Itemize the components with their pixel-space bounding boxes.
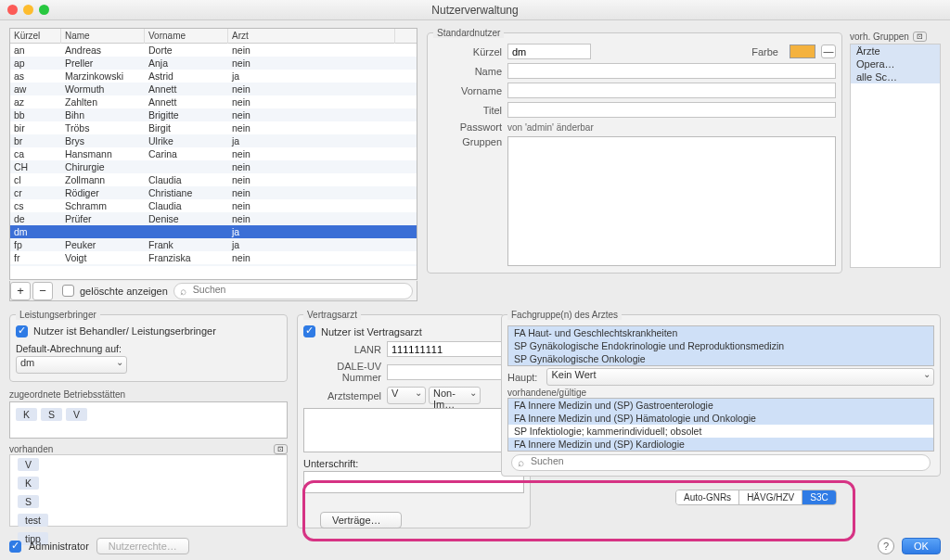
cell: Denise — [145, 212, 228, 225]
leistung-checkbox[interactable] — [16, 325, 28, 337]
cell: Brys — [61, 134, 145, 147]
unterschrift-box[interactable] — [303, 471, 524, 493]
zoom-icon[interactable] — [39, 5, 49, 15]
stempel-select[interactable]: V — [387, 387, 426, 404]
col-kuerzel[interactable]: Kürzel — [10, 29, 61, 44]
tab-hävg/hzv[interactable]: HÄVG/HZV — [739, 490, 802, 504]
list-item[interactable]: SP Gynäkologische Onkologie — [508, 352, 933, 365]
cell: fr — [10, 251, 61, 264]
gruppen-list[interactable] — [507, 136, 836, 266]
table-row[interactable]: birTröbsBirgitnein — [10, 121, 417, 134]
tag[interactable]: K — [18, 477, 39, 490]
cell: Birgit — [145, 121, 228, 134]
table-row[interactable]: CHChirurgienein — [10, 160, 417, 173]
tag[interactable]: V — [18, 458, 39, 471]
table-row[interactable]: azZahltenAnnettnein — [10, 95, 417, 108]
table-row[interactable]: asMarzinkowskiAstridja — [10, 70, 417, 83]
list-item[interactable]: test — [10, 511, 287, 529]
list-item[interactable]: FA Innere Medizin und (SP) Kardiologie — [508, 438, 933, 451]
cell: Prüfer — [61, 212, 145, 225]
col-vorname[interactable]: Vorname — [145, 29, 228, 44]
table-row[interactable]: caHansmannCarinanein — [10, 147, 417, 160]
list-item[interactable]: SP Infektiologie; kammerindividuell; obs… — [508, 425, 933, 438]
color-clear-button[interactable]: — — [821, 45, 836, 58]
vertrag-checkbox[interactable] — [303, 325, 315, 337]
table-row[interactable]: clZollmannClaudianein — [10, 173, 417, 186]
tag[interactable]: V — [66, 408, 87, 421]
col-name[interactable]: Name — [61, 29, 145, 44]
table-row[interactable]: frVoigtFranziskanein — [10, 251, 417, 264]
list-item[interactable]: alle Sc… — [851, 70, 940, 83]
unterschrift-label: Unterschrift: — [303, 458, 524, 469]
vorname-input[interactable] — [507, 83, 836, 98]
list-item[interactable]: SP Gynäkologische Endokrinologie und Rep… — [508, 339, 933, 352]
ok-button[interactable]: OK — [902, 538, 941, 554]
table-row[interactable]: apPrellerAnjanein — [10, 57, 417, 70]
cell: nein — [228, 160, 395, 173]
add-button[interactable]: + — [10, 282, 31, 300]
admin-checkbox[interactable] — [9, 541, 21, 553]
cell: Voigt — [61, 251, 145, 264]
tag[interactable]: K — [16, 408, 37, 421]
minimize-icon[interactable] — [23, 5, 33, 15]
show-deleted-checkbox[interactable] — [62, 285, 74, 297]
list-item[interactable]: FA Innere Medizin und (SP) Hämatologie u… — [508, 412, 933, 425]
tab-s3c[interactable]: S3C — [802, 490, 835, 504]
table-row[interactable]: awWormuthAnnettnein — [10, 83, 417, 95]
user-table[interactable]: Kürzel Name Vorname Arzt anAndreasDorten… — [9, 28, 417, 280]
leistung-legend: Leistungserbringer — [16, 310, 100, 320]
cell: Frank — [145, 238, 228, 251]
stempel2-select[interactable]: Non-Im… — [429, 387, 481, 404]
list-item[interactable]: Opera… — [851, 57, 940, 70]
kuerzel-input[interactable] — [507, 44, 591, 59]
vorh-gruppen-toggle-icon[interactable]: ⊡ — [913, 32, 927, 42]
list-item[interactable]: S — [10, 492, 287, 511]
default-abrechnung-select[interactable]: dm — [16, 356, 127, 374]
table-row[interactable]: dmja — [10, 225, 417, 238]
tab-auto-gnrs[interactable]: Auto-GNRs — [676, 490, 739, 504]
table-row[interactable]: csSchrammClaudianein — [10, 199, 417, 212]
table-row[interactable]: fsSevfarthFloriannein — [10, 264, 417, 266]
fachgruppe-search[interactable] — [511, 454, 931, 471]
col-arzt[interactable]: Arzt — [228, 29, 395, 44]
list-item[interactable]: FA Haut- und Geschlechtskrankheiten — [508, 326, 933, 339]
name-input[interactable] — [507, 63, 836, 79]
user-search[interactable] — [173, 283, 413, 299]
table-row[interactable]: crRödigerChristianenein — [10, 186, 417, 199]
help-icon[interactable]: ? — [878, 538, 894, 554]
table-row[interactable]: brBrysUlrikeja — [10, 134, 417, 147]
stempel-value: V — [392, 388, 398, 399]
color-swatch[interactable] — [790, 45, 815, 58]
table-row[interactable]: anAndreasDortenein — [10, 44, 417, 57]
haupt-select[interactable]: Kein Wert — [546, 368, 934, 386]
fachgruppe-search-input[interactable] — [531, 455, 922, 466]
table-row[interactable]: bbBihnBrigittenein — [10, 108, 417, 121]
vorhanden-list[interactable]: VKStesttipp — [9, 454, 288, 527]
nutzerrechte-button[interactable]: Nutzerrechte… — [96, 538, 189, 554]
list-item[interactable]: Ärzte — [851, 45, 940, 57]
user-search-input[interactable] — [193, 284, 404, 295]
titel-input[interactable] — [507, 102, 836, 118]
close-icon[interactable] — [7, 5, 18, 15]
tag[interactable]: test — [18, 514, 48, 527]
cell: aw — [10, 83, 61, 95]
fachgruppe-available-list[interactable]: FA Innere Medizin und (SP) Gastroenterol… — [507, 398, 934, 452]
tag[interactable]: S — [18, 495, 39, 508]
tag[interactable]: S — [41, 408, 62, 421]
list-item[interactable]: FA Innere Medizin und (SP) Gastroenterol… — [508, 399, 933, 412]
vorhanden-toggle-icon[interactable]: ⊡ — [274, 444, 288, 454]
cell: Anja — [145, 57, 228, 70]
vorh-gruppen-list[interactable]: ÄrzteOpera…alle Sc… — [850, 44, 941, 268]
remove-button[interactable]: − — [32, 282, 53, 300]
betriebs-tags[interactable]: KSV — [9, 401, 288, 439]
table-row[interactable]: fpPeukerFrankja — [10, 238, 417, 251]
table-row[interactable]: dePrüferDenisenein — [10, 212, 417, 225]
cell: as — [10, 70, 61, 83]
vertraege-button[interactable]: Verträge… — [320, 512, 402, 528]
tab-segment[interactable]: Auto-GNRsHÄVG/HZVS3C — [675, 490, 837, 505]
cell: Zollmann — [61, 173, 145, 186]
admin-label: Administrator — [29, 541, 89, 552]
list-item[interactable]: V — [10, 455, 287, 474]
fachgruppe-selected-list[interactable]: FA Haut- und GeschlechtskrankheitenSP Gy… — [507, 325, 934, 366]
list-item[interactable]: K — [10, 474, 287, 492]
